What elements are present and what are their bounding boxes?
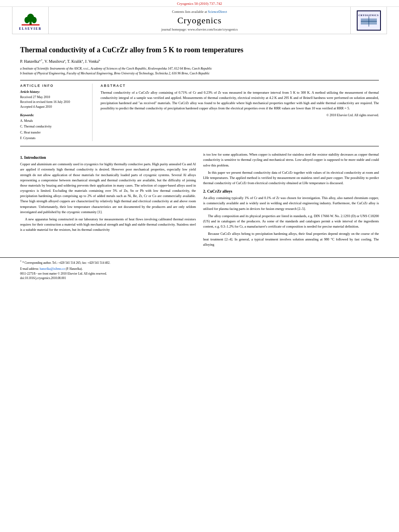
cucrZr-para-1: An alloy containing typically 1% of Cr a… bbox=[203, 195, 379, 212]
affiliations: a Institute of Scientific Instruments of… bbox=[20, 66, 379, 76]
keyword-4: F. Cryostats bbox=[20, 136, 87, 141]
email-label: E-mail address: bbox=[20, 267, 39, 271]
divider-2 bbox=[20, 146, 379, 146]
email-note: E-mail address: hanzelka@isibmo.cz (P. H… bbox=[20, 267, 379, 271]
right-para-2: In this paper we present thermal conduct… bbox=[203, 170, 379, 186]
contents-line: Contents lists available at ScienceDirec… bbox=[172, 10, 227, 14]
email-link[interactable]: hanzelka@isibmo.cz bbox=[40, 267, 65, 271]
received-date: Received 27 May 2010 bbox=[20, 95, 87, 100]
elsevier-logo: ELSEVIER bbox=[19, 10, 41, 31]
svg-point-2 bbox=[24, 17, 29, 23]
citation-text: Cryogenics 50 (2010) 737–742 bbox=[177, 2, 222, 6]
cryogenics-logo-icon bbox=[361, 16, 377, 27]
authors-line: P. Hanzelkaa,*, V. Musilovaa, T. Kralika… bbox=[20, 59, 379, 64]
corresponding-text: * Corresponding author. Tel.: +420 541 5… bbox=[22, 261, 110, 264]
doi-line: doi:10.1016/j.cryogenics.2010.08.001 bbox=[20, 276, 379, 280]
journal-header-center: Contents lists available at ScienceDirec… bbox=[49, 7, 350, 34]
svg-rect-4 bbox=[21, 25, 39, 26]
email-person: (P. Hanzelka). bbox=[66, 267, 82, 271]
history-label: Article history: bbox=[20, 90, 87, 94]
article-title: Thermal conductivity of a CuCrZr alloy f… bbox=[20, 45, 379, 55]
svg-point-3 bbox=[31, 17, 36, 23]
copyright-line: © 2010 Elsevier Ltd. All rights reserved… bbox=[101, 113, 379, 117]
intro-para-1: Copper and aluminium are commonly used i… bbox=[20, 162, 196, 215]
footnote-star: * bbox=[20, 260, 22, 263]
info-abstract-columns: ARTICLE INFO Article history: Received 2… bbox=[20, 84, 379, 142]
abstract-label: ABSTRACT bbox=[101, 84, 379, 88]
body-right-col: is too low for some applications. When c… bbox=[203, 152, 379, 249]
affiliation-b: b Institute of Physical Engineering, Fac… bbox=[20, 71, 379, 76]
intro-body: Copper and aluminium are commonly used i… bbox=[20, 162, 196, 232]
corresponding-note: * * Corresponding author. Tel.: +420 541… bbox=[20, 259, 379, 265]
author-musilova: V. Musilova bbox=[44, 60, 64, 64]
abstract-column: ABSTRACT Thermal conductivity of a CuCrZ… bbox=[101, 84, 379, 142]
keywords-label: Keywords: bbox=[20, 113, 87, 117]
author-hanzelka: P. Hanzelka bbox=[20, 60, 39, 64]
homepage-line: journal homepage: www.elsevier.com/locat… bbox=[161, 27, 238, 31]
elsevier-brand: ELSEVIER bbox=[19, 27, 41, 31]
content-area: Thermal conductivity of a CuCrZr alloy f… bbox=[0, 34, 399, 253]
revised-date: Received in revised form 16 July 2010 bbox=[20, 100, 87, 105]
elsevier-logo-area: ELSEVIER bbox=[12, 7, 49, 34]
cryogenics-logo-box: CRYOGENICS bbox=[357, 10, 381, 31]
article-info-label: ARTICLE INFO bbox=[20, 84, 87, 88]
top-bar: Cryogenics 50 (2010) 737–742 bbox=[0, 0, 399, 7]
body-left-col: 1. Introduction Copper and aluminium are… bbox=[20, 152, 196, 249]
keywords-list: A. Metals C. Thermal conductivity C. Hea… bbox=[20, 118, 87, 142]
cucrZr-heading: 2. CuCrZr alloys bbox=[203, 189, 379, 193]
cucrZr-para-2: The alloy composition and its physical p… bbox=[203, 214, 379, 230]
author-kralik: T. Kralik bbox=[67, 60, 82, 64]
affiliation-a: a Institute of Scientific Instruments of… bbox=[20, 66, 379, 71]
elsevier-tree-icon bbox=[21, 10, 41, 26]
body-columns: 1. Introduction Copper and aluminium are… bbox=[20, 152, 379, 249]
footer-area: * * Corresponding author. Tel.: +420 541… bbox=[0, 257, 399, 280]
right-col-intro-body: is too low for some applications. When c… bbox=[203, 152, 379, 186]
keyword-1: A. Metals bbox=[20, 118, 87, 124]
cucrZr-para-3: Because CuCrZr alloys belong to precipit… bbox=[203, 231, 379, 247]
keyword-3: C. Heat transfer bbox=[20, 130, 87, 136]
cucrZr-body: An alloy containing typically 1% of Cr a… bbox=[203, 195, 379, 247]
abstract-text: Thermal conductivity of a CuCrZr alloy c… bbox=[101, 90, 379, 111]
intro-heading: 1. Introduction bbox=[20, 155, 196, 160]
author-vonka: J. Vonka bbox=[85, 60, 99, 64]
divider-1 bbox=[20, 80, 379, 80]
accepted-date: Accepted 4 August 2010 bbox=[20, 105, 87, 109]
journal-header: ELSEVIER Contents lists available at Sci… bbox=[12, 7, 387, 34]
issn-line: 0011-2275/$ - see front matter © 2010 El… bbox=[20, 272, 379, 275]
page-wrapper: Cryogenics 50 (2010) 737–742 ELSEVIER Co… bbox=[0, 0, 399, 280]
journal-header-right: CRYOGENICS bbox=[350, 7, 387, 34]
right-para-1: is too low for some applications. When c… bbox=[203, 152, 379, 168]
journal-title: Cryogenics bbox=[177, 15, 222, 26]
keyword-2: C. Thermal conductivity bbox=[20, 124, 87, 129]
sciencedirect-link[interactable]: ScienceDirect bbox=[208, 10, 227, 14]
intro-para-2: A new apparatus being constructed in our… bbox=[20, 217, 196, 233]
article-info-column: ARTICLE INFO Article history: Received 2… bbox=[20, 84, 93, 142]
